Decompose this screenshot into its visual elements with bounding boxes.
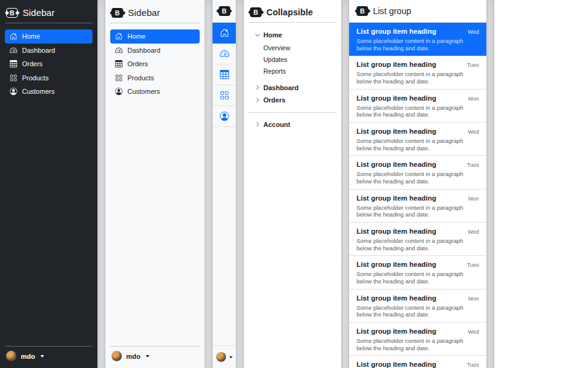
- list-item-day: Mon: [468, 296, 479, 302]
- bootstrap-logo-icon: B: [6, 8, 18, 18]
- sidebar-listgroup-brand[interactable]: B List group: [349, 0, 486, 23]
- divider: [249, 112, 336, 113]
- example-divider: [486, 0, 494, 368]
- toggle-account[interactable]: Account: [255, 118, 290, 131]
- list-item-body: Some placeholder content in a paragraph …: [356, 171, 464, 185]
- subnav-overview[interactable]: Overview: [263, 42, 336, 54]
- list-item-row: List group item heading Wed: [356, 327, 479, 336]
- bootstrap-logo-icon: B: [356, 6, 368, 16]
- icon-nav-orders[interactable]: [213, 64, 236, 85]
- empty-page-area: [494, 0, 588, 368]
- person-circle-icon: [10, 88, 17, 95]
- nav-item-orders[interactable]: Orders: [110, 57, 200, 71]
- list-item-body: Some placeholder content in a paragraph …: [356, 270, 464, 285]
- sidebar-title: Collapsible: [266, 7, 313, 17]
- list-item[interactable]: List group item heading Tues Some placeh…: [349, 256, 486, 289]
- list-item-body: Some placeholder content in a paragraph …: [356, 337, 464, 351]
- bootstrap-logo-icon: B: [250, 7, 262, 17]
- icon-nav-dashboard[interactable]: [213, 44, 236, 64]
- icon-nav-products[interactable]: [213, 85, 236, 106]
- list-item-heading: List group item heading: [356, 360, 436, 368]
- user-menu-toggle[interactable]: mdo: [110, 347, 200, 363]
- list-item[interactable]: List group item heading Wed Some placeho…: [349, 323, 486, 356]
- bootstrap-logo-icon: B: [111, 8, 123, 18]
- list-item-day: Tues: [467, 62, 479, 68]
- subnav-reports[interactable]: Reports: [263, 66, 336, 77]
- sidebar-light: B Sidebar Home Dashboard Orders Products: [105, 0, 205, 368]
- list-item[interactable]: List group item heading Mon Some placeho…: [349, 90, 486, 123]
- chevron-right-icon: [255, 121, 260, 127]
- list-item-row: List group item heading Wed: [356, 227, 479, 236]
- house-icon: [115, 33, 123, 40]
- user-menu-toggle[interactable]: [213, 345, 236, 368]
- speedometer-icon: [220, 49, 229, 58]
- nav-item-products[interactable]: Products: [5, 71, 92, 85]
- list-item-heading: List group item heading: [356, 260, 436, 269]
- toggle-dashboard[interactable]: Dashboard: [255, 82, 298, 94]
- list-item-row: List group item heading Tues: [356, 60, 479, 69]
- sidebar-dark: B Sidebar Home Dashboard Orders Products: [0, 0, 97, 368]
- nav-item-customers[interactable]: Customers: [110, 85, 200, 99]
- list-item-row: List group item heading Mon: [356, 294, 479, 303]
- list-item[interactable]: List group item heading Tues Some placeh…: [349, 156, 486, 189]
- list-item-heading: List group item heading: [356, 60, 436, 69]
- toggle-label: Dashboard: [263, 84, 298, 91]
- toggle-label: Home: [263, 31, 282, 39]
- list-item[interactable]: List group item heading Tues Some placeh…: [349, 56, 486, 89]
- sidebar-footer: mdo: [110, 346, 200, 363]
- nav-item-home[interactable]: Home: [110, 29, 200, 44]
- icon-nav-home[interactable]: [213, 23, 236, 44]
- brand-letter: B: [10, 9, 15, 17]
- nav-label: Customers: [22, 88, 55, 95]
- example-divider: [341, 0, 349, 368]
- sidebar-dark-brand[interactable]: B Sidebar: [5, 5, 92, 23]
- person-circle-icon: [115, 88, 123, 95]
- table-icon: [115, 60, 123, 67]
- list-item-row: List group item heading Wed: [356, 127, 479, 136]
- sidebar-icons-brand[interactable]: B: [213, 0, 236, 23]
- nav-item-dashboard[interactable]: Dashboard: [110, 44, 200, 58]
- icon-nav-customers[interactable]: [213, 106, 236, 127]
- nav-label: Home: [127, 33, 145, 40]
- list-item-body: Some placeholder content in a paragraph …: [356, 304, 464, 318]
- list-item[interactable]: List group item heading Wed Some placeho…: [349, 23, 486, 56]
- list-item-body: Some placeholder content in a paragraph …: [356, 137, 464, 151]
- list-item[interactable]: List group item heading Mon Some placeho…: [349, 190, 486, 223]
- collapsible-nav: Home Overview Updates Reports Dashboard …: [249, 29, 336, 131]
- avatar: [111, 351, 122, 361]
- sidebar-dark-nav: Home Dashboard Orders Products Customers: [5, 29, 92, 99]
- nav-label: Orders: [22, 60, 43, 67]
- list-item-day: Tues: [467, 162, 479, 168]
- nav-item-home[interactable]: Home: [5, 29, 92, 44]
- brand-letter: B: [222, 7, 227, 15]
- nav-item-orders[interactable]: Orders: [5, 57, 92, 71]
- sidebar-title: Sidebar: [23, 7, 55, 18]
- divider: [249, 22, 336, 23]
- list-item[interactable]: List group item heading Wed Some placeho…: [349, 223, 486, 256]
- nav-label: Products: [127, 74, 154, 82]
- subnav-updates[interactable]: Updates: [263, 54, 336, 66]
- nav-item-dashboard[interactable]: Dashboard: [5, 44, 92, 58]
- example-divider: [97, 0, 105, 368]
- list-item[interactable]: List group item heading Wed Some placeho…: [349, 123, 486, 156]
- list-item-body: Some placeholder content in a paragraph …: [356, 204, 464, 218]
- sidebar-collapsible: B Collapsible Home Overview Updates Repo…: [244, 0, 341, 368]
- user-menu-toggle[interactable]: mdo: [5, 347, 92, 363]
- sidebar-light-brand[interactable]: B Sidebar: [110, 5, 200, 23]
- list-item[interactable]: List group item heading Tues Some placeh…: [349, 356, 486, 368]
- list-item-day: Wed: [468, 29, 479, 35]
- house-icon: [220, 28, 229, 37]
- sidebar-title: Sidebar: [128, 7, 160, 18]
- list-item-day: Wed: [468, 229, 479, 235]
- nav-item-products[interactable]: Products: [110, 71, 200, 85]
- sidebar-collapsible-brand[interactable]: B Collapsible: [249, 5, 336, 22]
- grid-icon: [115, 74, 123, 82]
- home-submenu: Overview Updates Reports: [263, 42, 336, 77]
- house-icon: [10, 33, 17, 40]
- list-item-day: Tues: [467, 362, 479, 368]
- toggle-orders[interactable]: Orders: [255, 94, 285, 107]
- toggle-home[interactable]: Home: [255, 29, 282, 42]
- nav-item-customers[interactable]: Customers: [5, 85, 92, 99]
- list-item[interactable]: List group item heading Mon Some placeho…: [349, 289, 486, 323]
- grid-icon: [220, 91, 229, 100]
